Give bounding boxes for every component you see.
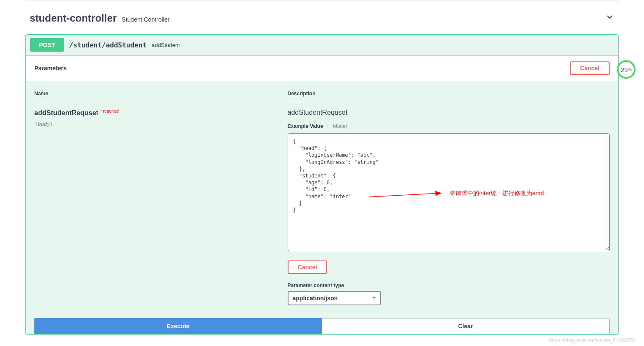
tab-example-value[interactable]: Example Value (288, 123, 323, 129)
required-badge: * required (100, 109, 119, 113)
content-type-label: Parameter content type (288, 282, 610, 288)
parameters-table: Name Description addStudentRequset * req… (26, 81, 618, 318)
progress-badge[interactable]: 29% (617, 60, 636, 79)
operation-desc: addStudent (152, 42, 180, 48)
controller-title: student-controller (30, 12, 117, 24)
cancel-body-button[interactable]: Cancel (288, 260, 328, 274)
action-buttons: Execute Clear (26, 318, 618, 334)
column-header-description: Description (288, 91, 610, 97)
param-name: addStudentRequset (34, 109, 98, 116)
param-in: (body) (34, 121, 288, 127)
cancel-try-button[interactable]: Cancel (570, 61, 610, 75)
column-header-name: Name (34, 91, 288, 97)
content-type-select[interactable]: application/json (288, 291, 381, 305)
operation-summary[interactable]: POST /student/addStudent addStudent (26, 35, 618, 55)
tab-model[interactable]: Model (333, 123, 347, 129)
annotation-arrow (369, 191, 445, 199)
clear-button[interactable]: Clear (322, 318, 610, 334)
controller-desc: Student Controller (122, 16, 169, 23)
http-method-badge: POST (30, 38, 64, 52)
parameters-title: Parameters (34, 65, 67, 72)
endpoint-path: /student/addStudent (69, 41, 147, 49)
tab-separator: | (328, 123, 329, 129)
operation-block: POST /student/addStudent addStudent Para… (25, 34, 619, 335)
execute-button[interactable]: Execute (34, 318, 322, 334)
svg-line-1 (369, 193, 441, 197)
request-body-textarea[interactable] (288, 133, 610, 251)
controller-header[interactable]: student-controller Student Controller (25, 9, 619, 31)
param-description: addStudentRequset (288, 109, 610, 116)
chevron-down-icon[interactable] (605, 12, 614, 22)
annotation-text: 将请求中的inter统一进行修改为amd (450, 190, 544, 197)
table-row: addStudentRequset * required (body) addS… (34, 101, 610, 305)
parameters-header: Parameters Cancel (26, 55, 618, 81)
body-tabs: Example Value | Model (288, 123, 610, 129)
